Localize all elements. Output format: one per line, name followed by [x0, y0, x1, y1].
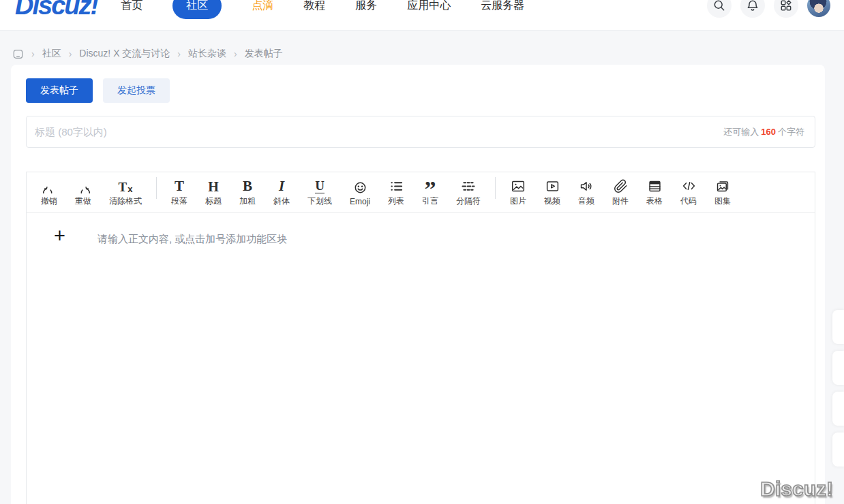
apps-button[interactable]	[774, 0, 798, 18]
attachment-icon	[613, 177, 628, 193]
video-button[interactable]: 视频	[535, 176, 569, 208]
bold-icon: B	[243, 179, 252, 193]
breadcrumb-item-community[interactable]: 社区	[42, 48, 61, 60]
quote-label: 引言	[422, 195, 438, 207]
code-button[interactable]: 代码	[672, 176, 706, 208]
compose-mode-tabs: 发表帖子 发起投票	[26, 78, 815, 103]
list-button[interactable]: 列表	[379, 176, 413, 208]
clear-format-label: 清除格式	[109, 195, 142, 207]
list-label: 列表	[388, 195, 404, 207]
tab-new-post[interactable]: 发表帖子	[26, 78, 93, 103]
breadcrumb-item-forum[interactable]: Discuz! X 交流与讨论	[79, 48, 170, 60]
user-avatar[interactable]	[807, 0, 830, 17]
add-block-button[interactable]: +	[54, 226, 65, 246]
breadcrumb-separator: ›	[177, 48, 181, 59]
italic-label: 斜体	[273, 195, 290, 207]
breadcrumb-separator: ›	[234, 48, 237, 59]
bold-label: 加粗	[239, 195, 256, 207]
image-label: 图片	[510, 195, 526, 207]
table-button[interactable]: 表格	[637, 176, 672, 208]
undo-label: 撤销	[41, 195, 57, 207]
quote-button[interactable]: ” 引言	[413, 176, 447, 208]
nav-item-tutorials[interactable]: 教程	[303, 0, 325, 13]
audio-button[interactable]: 音频	[569, 176, 603, 208]
nav-item-home[interactable]: 首页	[121, 0, 142, 13]
code-label: 代码	[680, 195, 697, 207]
heading-label: 标题	[205, 195, 222, 207]
emoji-label: Emoji	[350, 197, 370, 206]
floating-action-button[interactable]	[832, 310, 844, 344]
undo-icon	[42, 177, 57, 193]
toolbar-divider	[495, 177, 496, 199]
floating-action-button[interactable]	[832, 392, 844, 426]
emoji-button[interactable]: Emoji	[341, 176, 379, 208]
underline-button[interactable]: U 下划线	[299, 176, 341, 208]
redo-label: 重做	[75, 195, 91, 207]
audio-icon	[579, 177, 594, 193]
nav-item-app-center[interactable]: 应用中心	[407, 0, 451, 13]
editor-placeholder: 请输入正文内容, 或点击加号添加功能区块	[97, 233, 287, 246]
gallery-label: 图集	[714, 195, 731, 207]
breadcrumb: › 社区 › Discuz! X 交流与讨论 › 站长杂谈 › 发表帖子	[0, 31, 844, 65]
editor-toolbar: 撤销 重做 Tx 清除格式	[27, 172, 815, 212]
italic-button[interactable]: I 斜体	[265, 176, 299, 208]
underline-label: 下划线	[307, 195, 332, 207]
nav-item-community-active[interactable]: 社区	[172, 0, 222, 19]
home-icon[interactable]	[12, 48, 24, 60]
apps-grid-icon	[779, 0, 793, 12]
clear-format-icon: Tx	[118, 177, 133, 193]
search-button[interactable]	[707, 0, 732, 18]
char-counter-value: 160	[761, 127, 776, 137]
top-navbar: Discuz! 首页 社区 点滴 教程 服务 应用中心 云服务器	[0, 0, 844, 31]
floating-action-button[interactable]	[832, 351, 844, 385]
breadcrumb-separator: ›	[31, 48, 35, 59]
char-counter-suffix: 个字符	[778, 127, 804, 137]
tab-new-poll[interactable]: 发起投票	[103, 78, 170, 103]
quote-icon: ”	[425, 180, 436, 193]
underline-icon: U	[315, 179, 325, 193]
attachment-button[interactable]: 附件	[603, 176, 637, 208]
paragraph-label: 段落	[171, 195, 187, 207]
bold-button[interactable]: B 加粗	[230, 176, 265, 208]
breadcrumb-item-current: 发表帖子	[245, 48, 283, 60]
heading-button[interactable]: H 标题	[196, 176, 230, 208]
paragraph-icon: T	[175, 179, 184, 193]
image-button[interactable]: 图片	[501, 176, 535, 208]
paragraph-button[interactable]: T 段落	[162, 176, 196, 208]
emoji-icon	[352, 178, 367, 195]
toolbar-divider	[156, 177, 157, 199]
clear-format-button[interactable]: Tx 清除格式	[100, 176, 151, 208]
table-label: 表格	[646, 195, 663, 207]
list-icon	[389, 177, 404, 193]
breadcrumb-item-board[interactable]: 站长杂谈	[188, 48, 226, 60]
main-nav: 首页 社区 点滴 教程 服务 应用中心 云服务器	[121, 0, 524, 19]
breadcrumb-separator: ›	[69, 48, 72, 59]
nav-item-cloud-server[interactable]: 云服务器	[481, 0, 524, 13]
nav-item-diandi[interactable]: 点滴	[252, 0, 273, 13]
gallery-icon	[715, 177, 730, 193]
table-icon	[647, 177, 662, 193]
redo-icon	[76, 177, 91, 193]
floating-action-button[interactable]	[832, 432, 844, 467]
gallery-button[interactable]: 图集	[706, 176, 740, 208]
title-input[interactable]	[27, 126, 723, 138]
redo-button[interactable]: 重做	[66, 176, 100, 208]
attachment-label: 附件	[612, 195, 629, 207]
rich-text-editor: 撤销 重做 Tx 清除格式	[26, 172, 815, 504]
editor-content-area[interactable]: + 请输入正文内容, 或点击加号添加功能区块	[27, 212, 815, 504]
char-counter: 还可输入160个字符	[723, 126, 815, 138]
floating-side-buttons	[832, 310, 844, 473]
clear-format-glyph-sub: x	[127, 185, 132, 193]
italic-icon: I	[279, 179, 284, 193]
separator-button[interactable]: 分隔符	[447, 176, 489, 208]
undo-button[interactable]: 撤销	[32, 176, 66, 208]
separator-label: 分隔符	[456, 195, 481, 207]
post-editor-card: 发表帖子 发起投票 还可输入160个字符 撤销	[11, 65, 825, 504]
discuz-logo[interactable]: Discuz!	[15, 0, 97, 20]
nav-item-services[interactable]: 服务	[355, 0, 377, 13]
clear-format-glyph: T	[119, 180, 127, 193]
title-input-box: 还可输入160个字符	[26, 116, 815, 148]
notifications-button[interactable]	[740, 0, 765, 18]
video-icon	[545, 177, 560, 193]
search-icon	[712, 0, 726, 12]
